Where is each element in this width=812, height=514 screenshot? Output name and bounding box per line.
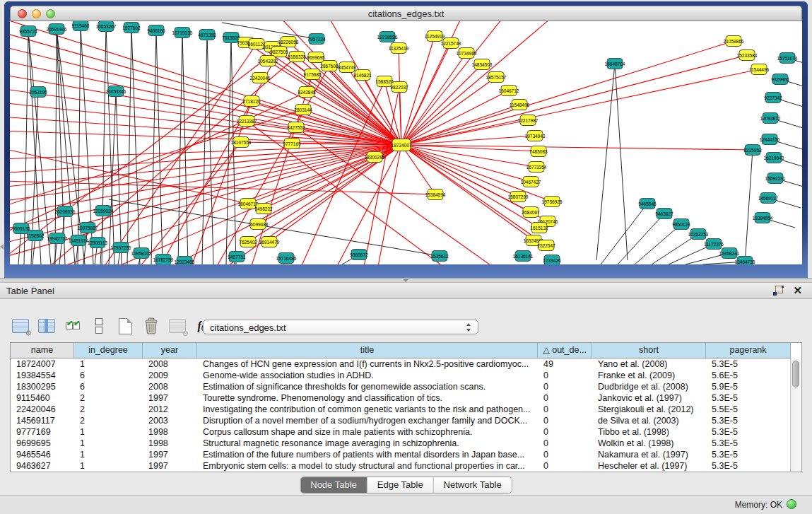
table-selector-dropdown[interactable]: citations_edges.txt bbox=[203, 320, 478, 334]
graph-node[interactable]: 12217987 bbox=[518, 115, 539, 126]
graph-node[interactable]: 10719135 bbox=[172, 28, 193, 38]
graph-edge[interactable] bbox=[745, 150, 753, 264]
graph-node[interactable]: 10975887 bbox=[78, 223, 98, 233]
graph-node[interactable]: 16648784 bbox=[605, 59, 625, 69]
column-header-pagerank[interactable]: pagerank bbox=[706, 343, 791, 358]
graph-edge[interactable] bbox=[615, 64, 628, 260]
graph-node[interactable]: 9777169 bbox=[283, 139, 301, 149]
graph-edge[interactable] bbox=[401, 41, 734, 145]
graph-node[interactable]: 16914479 bbox=[259, 237, 280, 247]
graph-node[interactable]: 18575157 bbox=[486, 72, 507, 83]
table-row[interactable]: 969969511998Structural magnetic resonanc… bbox=[11, 438, 801, 449]
collapsed-panel-arrow-icon[interactable] bbox=[0, 244, 4, 250]
graph-node[interactable]: 19218586 bbox=[377, 32, 398, 42]
column-header-year[interactable]: year bbox=[143, 343, 197, 358]
graph-node[interactable]: 17957255 bbox=[111, 243, 131, 253]
graph-node[interactable]: 9360672 bbox=[350, 250, 368, 260]
graph-node[interactable]: 12505113 bbox=[88, 238, 108, 248]
table-row[interactable]: 946362711997Embryonic stem cells: a mode… bbox=[11, 460, 801, 472]
graph-node[interactable]: 7957224 bbox=[307, 34, 326, 45]
graph-node[interactable]: 12215749 bbox=[441, 38, 461, 49]
graph-edge[interactable] bbox=[207, 35, 213, 264]
graph-node[interactable]: 2684067 bbox=[522, 207, 540, 218]
graph-edge[interactable] bbox=[401, 105, 519, 145]
panel-splitter[interactable] bbox=[0, 278, 812, 283]
graph-node[interactable]: 16782759 bbox=[153, 255, 174, 265]
graph-node[interactable]: 12458241 bbox=[719, 248, 740, 259]
graph-node[interactable]: 10467427 bbox=[521, 177, 541, 187]
tab-network-table[interactable]: Network Table bbox=[434, 477, 512, 493]
graph-edge[interactable] bbox=[401, 21, 554, 145]
graph-node[interactable]: 18724007 bbox=[392, 139, 412, 151]
graph-edge[interactable] bbox=[401, 145, 539, 228]
graph-edge[interactable] bbox=[131, 28, 140, 264]
window-titlebar[interactable]: citations_edges.txt bbox=[10, 6, 802, 21]
table-settings-button[interactable]: ⚙ bbox=[11, 317, 30, 335]
graph-node[interactable]: 4671358 bbox=[198, 30, 216, 40]
table-row[interactable]: 1456911722003Disruption of a novel membe… bbox=[11, 415, 801, 426]
graph-node[interactable]: 10653267 bbox=[96, 21, 117, 32]
graph-edge[interactable] bbox=[401, 55, 747, 145]
graph-node[interactable]: 9465546 bbox=[638, 199, 657, 209]
graph-node[interactable]: 1156802 bbox=[27, 230, 45, 241]
graph-edge[interactable] bbox=[10, 110, 303, 206]
graph-node[interactable]: 10543392 bbox=[258, 56, 278, 66]
column-header-short[interactable]: short bbox=[592, 343, 706, 358]
graph-node[interactable]: 16773354 bbox=[526, 162, 547, 173]
graph-edge[interactable] bbox=[156, 30, 163, 264]
graph-node[interactable]: 16136141 bbox=[513, 251, 534, 262]
graph-node[interactable]: 12213387 bbox=[237, 116, 257, 127]
graph-node[interactable]: 12444150 bbox=[760, 134, 780, 145]
graph-node[interactable]: 9115460 bbox=[72, 21, 90, 31]
graph-node[interactable]: 15751074 bbox=[777, 53, 798, 64]
graph-node[interactable]: 8215953 bbox=[743, 145, 762, 156]
row-height-button[interactable] bbox=[90, 317, 108, 335]
table-row[interactable]: 2242004622012Investigating the contribut… bbox=[11, 404, 801, 415]
graph-node[interactable]: 18226058 bbox=[278, 37, 299, 47]
graph-node[interactable]: 1615132 bbox=[530, 223, 548, 233]
table-row[interactable]: 1872400712008Changes of HCN gene express… bbox=[11, 358, 801, 370]
graph-node[interactable]: 19756928 bbox=[542, 197, 563, 207]
graph-node[interactable]: 15716485 bbox=[276, 253, 297, 264]
graph-node[interactable]: 9466160 bbox=[147, 25, 165, 36]
graph-node[interactable]: 10734989 bbox=[457, 48, 477, 59]
graph-node[interactable]: 22420046 bbox=[250, 73, 271, 83]
table-row[interactable]: 946554611997Estimation of the future num… bbox=[11, 449, 801, 460]
graph-node[interactable]: 21059866 bbox=[724, 36, 744, 47]
graph-node[interactable]: 20053346 bbox=[106, 86, 126, 97]
graph-edge[interactable] bbox=[401, 53, 466, 145]
graph-node[interactable]: 15243584 bbox=[737, 50, 758, 61]
graph-node[interactable]: 15692391 bbox=[765, 173, 786, 184]
graph-node[interactable]: 20206536 bbox=[55, 206, 76, 217]
graph-edge[interactable] bbox=[165, 145, 401, 264]
graph-node[interactable]: 18107554 bbox=[231, 137, 252, 148]
graph-node[interactable]: 11254919 bbox=[425, 31, 445, 42]
graph-node[interactable]: 15807299 bbox=[508, 192, 529, 202]
create-table-button[interactable] bbox=[116, 317, 134, 335]
graph-node[interactable]: 1527602 bbox=[122, 23, 141, 33]
tab-edge-table[interactable]: Edge Table bbox=[367, 477, 434, 493]
graph-edge[interactable] bbox=[596, 64, 615, 260]
graph-edge[interactable] bbox=[401, 145, 531, 182]
scrollbar-thumb[interactable] bbox=[792, 361, 799, 387]
graph-edge[interactable] bbox=[363, 87, 399, 264]
graph-node[interactable]: 9457751 bbox=[228, 252, 246, 262]
graph-node[interactable]: 16046712 bbox=[499, 86, 519, 96]
graph-node[interactable]: 9355724 bbox=[19, 26, 37, 37]
graph-node[interactable]: 16210643 bbox=[764, 153, 784, 163]
graph-node[interactable]: 9146821 bbox=[353, 70, 372, 81]
graph-node[interactable]: 13464738 bbox=[735, 257, 755, 265]
column-header-out_de[interactable]: △ out_de... bbox=[538, 343, 592, 358]
graph-edge[interactable] bbox=[618, 214, 664, 264]
graph-edge[interactable] bbox=[377, 145, 401, 264]
graph-edge[interactable] bbox=[635, 224, 681, 264]
graph-edge[interactable] bbox=[116, 91, 122, 264]
graph-edge[interactable] bbox=[28, 31, 51, 264]
close-panel-icon[interactable]: ✕ bbox=[793, 284, 802, 297]
network-canvas[interactable]: 1872400793557242069140691154601065326715… bbox=[10, 21, 802, 264]
graph-node[interactable]: 2522547 bbox=[537, 240, 555, 251]
select-rows-button[interactable]: ✔ ✔ bbox=[64, 317, 82, 335]
graph-node[interactable]: 9227342 bbox=[764, 93, 782, 103]
graph-node[interactable]: 9498222 bbox=[254, 204, 273, 214]
table-row[interactable]: 911546021997Tourette syndrome. Phenomeno… bbox=[11, 392, 801, 404]
